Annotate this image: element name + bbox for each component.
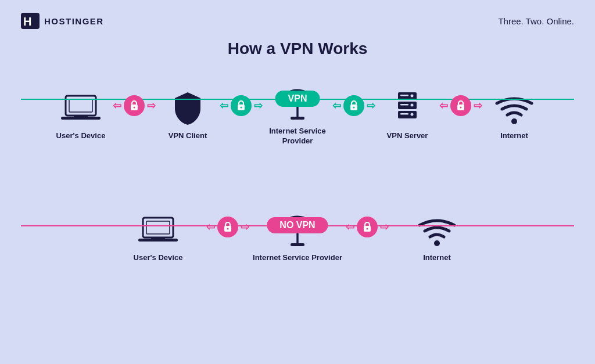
lock-icon-1: [124, 95, 145, 116]
svg-rect-28: [146, 221, 170, 234]
svg-rect-3: [69, 99, 92, 112]
svg-point-25: [460, 106, 462, 108]
novpn-left-arrow-1: ⇦: [206, 222, 215, 232]
vpn-badge: VPN: [275, 91, 320, 107]
lock-icon-3: [343, 95, 364, 116]
laptop-icon: [61, 91, 101, 127]
svg-point-7: [134, 106, 135, 108]
svg-rect-21: [400, 95, 408, 96]
shield-icon: [173, 91, 203, 127]
right-arrow-icon-4: ⇨: [474, 100, 482, 111]
diagrams: VPN User's Device ⇦: [0, 86, 595, 311]
novpn-isp-label: Internet Service Provider: [253, 253, 342, 263]
page-title: How a VPN Works: [0, 39, 595, 58]
novpn-connector-1: ⇦ ⇨: [205, 217, 251, 237]
svg-point-14: [353, 106, 355, 108]
connector-2: ⇦ ⇨: [223, 95, 260, 116]
svg-rect-11: [291, 117, 304, 120]
svg-rect-22: [400, 104, 408, 106]
novpn-lock-1: [217, 217, 238, 237]
left-arrow-icon: ⇦: [113, 100, 121, 111]
lock-icon-4: [450, 95, 471, 116]
wifi-icon: [494, 91, 534, 127]
novpn-users-device-label: User's Device: [134, 253, 183, 263]
svg-rect-5: [74, 116, 88, 118]
right-arrow-icon-2: ⇨: [254, 100, 263, 111]
svg-point-20: [411, 113, 414, 116]
logo: H HOSTINGER: [21, 13, 104, 29]
connector-1: ⇦ ⇨: [116, 95, 153, 116]
novpn-lock-2: [357, 217, 378, 237]
vpn-server-label: VPN Server: [387, 131, 428, 141]
right-arrow-icon: ⇨: [147, 100, 156, 111]
lock-icon-2: [231, 95, 252, 116]
novpn-badge: NO VPN: [267, 217, 328, 233]
laptop-icon-2: [138, 212, 178, 248]
novpn-users-device: User's Device: [112, 212, 205, 263]
svg-point-9: [241, 106, 242, 108]
svg-rect-30: [151, 237, 165, 240]
connector-3: ⇦ ⇨: [335, 95, 372, 116]
svg-rect-23: [400, 113, 408, 115]
vpn-isp-label: Internet Service Provider: [260, 127, 335, 146]
novpn-right-arrow-1: ⇨: [241, 222, 249, 232]
left-arrow-icon-3: ⇦: [332, 100, 341, 111]
novpn-internet-label: Internet: [423, 253, 451, 263]
connector-4: ⇦ ⇨: [442, 95, 479, 116]
vpn-internet-label: Internet: [500, 131, 528, 141]
novpn-left-arrow-2: ⇦: [346, 222, 354, 232]
svg-rect-34: [291, 243, 304, 246]
left-arrow-icon-4: ⇦: [439, 100, 448, 111]
logo-text: HOSTINGER: [44, 16, 104, 26]
right-arrow-icon-3: ⇨: [367, 100, 375, 111]
novpn-section: NO VPN User's Device ⇦: [21, 212, 574, 311]
novpn-connector-2: ⇦ ⇨: [344, 217, 390, 237]
vpn-users-device-label: User's Device: [56, 131, 106, 141]
left-arrow-icon-2: ⇦: [220, 100, 228, 111]
svg-text:H: H: [23, 15, 31, 28]
svg-point-19: [411, 104, 414, 107]
server-icon: [395, 91, 420, 127]
header: H HOSTINGER Three. Two. Online.: [0, 0, 595, 35]
svg-point-37: [367, 228, 368, 230]
tagline: Three. Two. Online.: [498, 16, 574, 26]
svg-point-38: [434, 240, 440, 246]
novpn-internet: Internet: [390, 212, 483, 263]
svg-point-32: [227, 228, 229, 230]
vpn-section: VPN User's Device ⇦: [21, 86, 574, 185]
novpn-right-arrow-2: ⇨: [380, 222, 389, 232]
svg-point-26: [511, 118, 517, 124]
hostinger-logo-icon: H: [21, 13, 40, 29]
svg-point-18: [411, 95, 414, 98]
vpn-client-label: VPN Client: [169, 131, 207, 141]
wifi-icon-2: [417, 212, 457, 248]
